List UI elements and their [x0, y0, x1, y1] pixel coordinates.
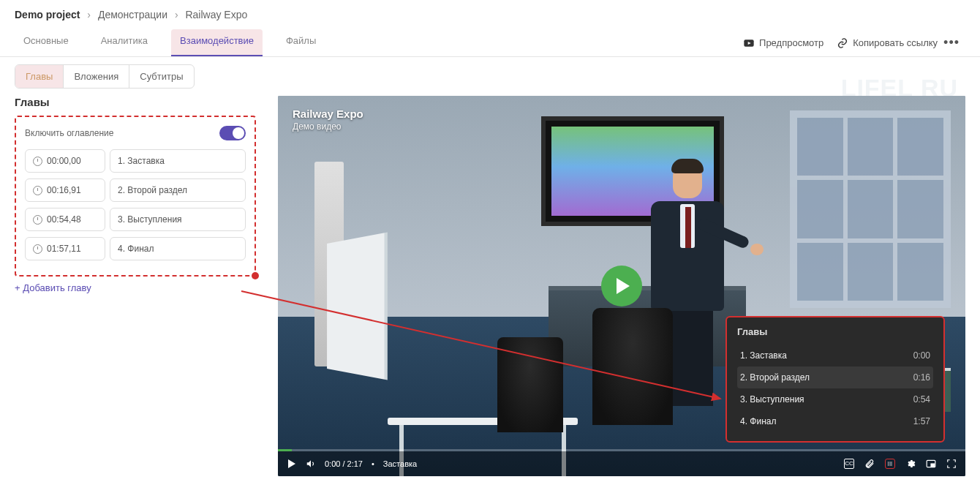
- volume-icon[interactable]: [306, 459, 316, 469]
- toc-toggle[interactable]: [219, 126, 246, 140]
- subtab-subtitles[interactable]: Субтитры: [129, 65, 193, 88]
- chapter-row: 01:57,11 4. Финал: [25, 237, 246, 260]
- tab-main[interactable]: Основные: [15, 29, 78, 56]
- clock-icon: [33, 215, 42, 225]
- popup-chapter-item[interactable]: 3. Выступления0:54: [737, 388, 933, 410]
- play-icon[interactable]: [287, 459, 297, 469]
- popup-chapter-item[interactable]: 4. Финал1:57: [737, 410, 933, 432]
- player-controls: 0:00 / 2:17 • Заставка CC: [278, 451, 965, 476]
- subtabs: Главы Вложения Субтитры: [15, 64, 195, 89]
- copy-link-label: Копировать ссылку: [853, 37, 938, 48]
- svg-point-8: [888, 465, 889, 466]
- subtabs-row: Главы Вложения Субтитры: [0, 57, 980, 96]
- tab-analytics[interactable]: Аналитика: [92, 29, 157, 56]
- clock-icon: [33, 244, 42, 254]
- current-chapter-label: Заставка: [383, 459, 417, 468]
- svg-point-6: [888, 462, 889, 463]
- chapters-panel-highlight: Включить оглавление 00:00,00 1. Заставка…: [15, 116, 256, 277]
- breadcrumb-sep: ›: [87, 9, 91, 20]
- link-icon: [837, 37, 848, 49]
- player-area: LIFEL RU Railway Expo Демо видео Гла: [278, 96, 965, 476]
- copy-link-action[interactable]: Копировать ссылку: [837, 37, 938, 49]
- subtab-chapters[interactable]: Главы: [15, 65, 63, 88]
- tab-files[interactable]: Файлы: [277, 29, 325, 56]
- breadcrumb-sep: ›: [175, 9, 178, 20]
- youtube-icon: [743, 37, 755, 49]
- chapter-time-input[interactable]: 00:16,91: [25, 178, 105, 202]
- time-display: 0:00 / 2:17: [325, 459, 363, 468]
- breadcrumb-root[interactable]: Demo project: [15, 9, 80, 20]
- fullscreen-icon[interactable]: [946, 459, 957, 469]
- main-tabs: Основные Аналитика Взаимодействие Файлы: [15, 29, 325, 56]
- chapters-popup: Главы 1. Заставка0:00 2. Второй раздел0:…: [725, 316, 945, 443]
- sidebar: Главы Включить оглавление 00:00,00 1. За…: [15, 96, 256, 476]
- captions-icon[interactable]: CC: [844, 459, 854, 469]
- chapter-separator: •: [372, 459, 374, 468]
- pip-icon[interactable]: [926, 459, 936, 469]
- svg-marker-2: [288, 459, 295, 468]
- popup-chapter-item[interactable]: 1. Заставка0:00: [737, 345, 933, 366]
- subtab-attachments[interactable]: Вложения: [63, 65, 129, 88]
- chapter-time-input[interactable]: 00:54,48: [25, 208, 105, 231]
- toc-toggle-label: Включить оглавление: [25, 128, 113, 138]
- video-player[interactable]: Railway Expo Демо видео Главы 1. Заставк…: [278, 96, 965, 476]
- tab-interaction[interactable]: Взаимодействие: [171, 29, 263, 56]
- play-button[interactable]: [601, 266, 642, 306]
- chapter-row: 00:54,48 3. Выступления: [25, 208, 246, 231]
- chapters-list-icon[interactable]: [885, 459, 895, 469]
- clock-icon: [33, 186, 42, 195]
- popup-chapter-item[interactable]: 2. Второй раздел0:16: [737, 366, 933, 388]
- chapter-name-input[interactable]: 1. Заставка: [110, 149, 246, 173]
- breadcrumb: Demo project › Демонстрации › Railway Ex…: [15, 9, 965, 20]
- preview-label: Предпросмотр: [759, 37, 823, 48]
- video-subtitle: Демо видео: [293, 121, 363, 132]
- header: Demo project › Демонстрации › Railway Ex…: [0, 0, 980, 57]
- chapter-time-input[interactable]: 00:00,00: [25, 149, 105, 173]
- settings-icon[interactable]: [905, 459, 916, 469]
- chapter-time-input[interactable]: 01:57,11: [25, 237, 105, 260]
- main-content: Главы Включить оглавление 00:00,00 1. За…: [0, 96, 980, 491]
- video-title-overlay: Railway Expo Демо видео: [293, 108, 363, 132]
- toc-toggle-row: Включить оглавление: [25, 126, 246, 140]
- breadcrumb-current: Railway Expo: [185, 9, 247, 20]
- chapters-heading: Главы: [15, 96, 256, 108]
- attachment-icon[interactable]: [864, 459, 875, 469]
- chapter-row: 00:00,00 1. Заставка: [25, 149, 246, 173]
- more-menu[interactable]: •••: [938, 35, 965, 50]
- add-chapter-link[interactable]: + Добавить главу: [15, 282, 91, 293]
- chapter-name-input[interactable]: 3. Выступления: [110, 208, 246, 231]
- chapter-name-input[interactable]: 2. Второй раздел: [110, 178, 246, 202]
- svg-point-7: [888, 464, 889, 464]
- video-title: Railway Expo: [293, 108, 363, 120]
- preview-action[interactable]: Предпросмотр: [743, 37, 823, 49]
- top-row: Основные Аналитика Взаимодействие Файлы …: [15, 29, 965, 56]
- breadcrumb-folder[interactable]: Демонстрации: [98, 9, 167, 20]
- svg-rect-10: [931, 464, 935, 467]
- clock-icon: [33, 157, 42, 166]
- annotation-dot: [252, 272, 259, 279]
- chapter-name-input[interactable]: 4. Финал: [110, 237, 246, 260]
- chapter-row: 00:16,91 2. Второй раздел: [25, 178, 246, 202]
- popup-heading: Главы: [737, 326, 933, 337]
